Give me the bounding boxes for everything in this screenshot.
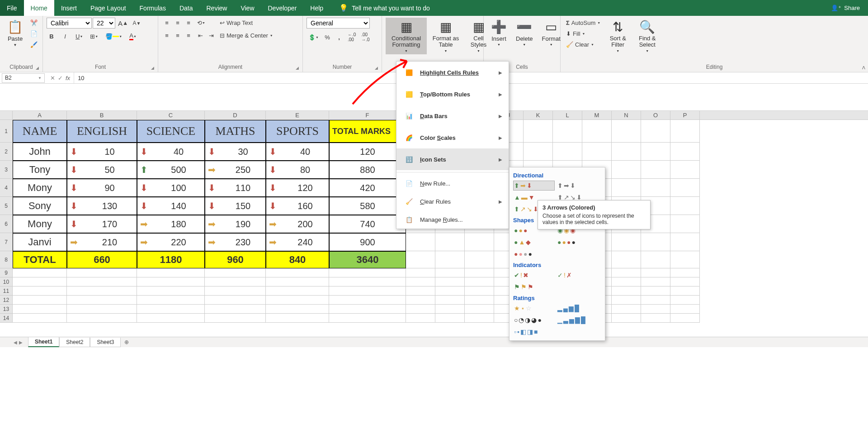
format-as-table-button[interactable]: ▦ Format as Table ▼ [429, 18, 463, 54]
cell[interactable] [205, 268, 266, 277]
cell[interactable] [670, 305, 700, 314]
cell[interactable] [67, 305, 137, 314]
cell[interactable] [205, 305, 266, 314]
row-header[interactable]: 1 [0, 120, 13, 143]
cell[interactable]: SPORTS [266, 120, 329, 143]
bold-button[interactable]: B [47, 31, 57, 41]
row-header[interactable]: 7 [0, 233, 13, 251]
cell[interactable] [435, 277, 465, 287]
cell[interactable] [67, 268, 137, 277]
decrease-font-button[interactable]: A▼ [131, 18, 142, 28]
cell[interactable]: ⬇120 [266, 179, 329, 197]
row-header[interactable]: 5 [0, 197, 13, 215]
iconset-3-signs[interactable]: ●▲◆ [513, 237, 555, 247]
cell[interactable]: ⬇140 [137, 197, 205, 215]
cell[interactable] [266, 314, 329, 323]
cell[interactable]: ⬇150 [205, 197, 266, 215]
cell[interactable]: John [13, 143, 67, 161]
sheet-nav-prev[interactable]: ◀ [14, 340, 17, 345]
cell[interactable]: ⬇80 [266, 161, 329, 179]
cell[interactable]: ➡210 [67, 233, 137, 251]
cell[interactable] [67, 314, 137, 323]
cell[interactable] [406, 251, 435, 268]
cell[interactable] [67, 277, 137, 287]
cell[interactable] [465, 233, 494, 251]
cell[interactable] [13, 277, 67, 287]
cell[interactable]: 3640 [329, 251, 406, 268]
underline-button[interactable]: U ▼ [74, 31, 85, 41]
iconset-5-ratings-bars[interactable]: ▁▃▅▇█ [557, 315, 598, 325]
cell[interactable]: 740 [329, 215, 406, 233]
add-sheet-button[interactable]: ⊕ [121, 338, 132, 347]
sort-filter-button[interactable]: ⇅Sort & Filter▼ [604, 18, 632, 54]
align-right-button[interactable]: ≡ [184, 30, 193, 40]
cell[interactable] [641, 120, 670, 143]
cell[interactable] [641, 287, 670, 296]
increase-indent-button[interactable]: ⇥ [206, 30, 216, 40]
tell-me-search[interactable]: 💡 Tell me what you want to do [339, 0, 430, 16]
cell[interactable]: ⬇170 [67, 215, 137, 233]
cell[interactable]: ⬇160 [266, 197, 329, 215]
cell[interactable] [266, 277, 329, 287]
copy-button[interactable]: 📄 [28, 29, 39, 38]
font-color-button[interactable]: A ▼ [127, 31, 138, 41]
cell[interactable]: Janvi [13, 233, 67, 251]
cell[interactable] [137, 305, 205, 314]
cell[interactable]: ⬆500 [137, 161, 205, 179]
cell[interactable]: ⬇130 [67, 197, 137, 215]
cell[interactable]: 840 [266, 251, 329, 268]
align-bottom-button[interactable]: ≡ [184, 18, 193, 28]
cell[interactable] [670, 233, 700, 251]
borders-button[interactable]: ⊞ ▼ [88, 31, 100, 41]
cell[interactable] [612, 277, 641, 287]
dialog-launcher-icon[interactable]: ◢ [151, 66, 154, 70]
cell[interactable]: SCIENCE [137, 120, 205, 143]
column-header[interactable]: B [67, 111, 137, 119]
row-header[interactable]: 8 [0, 251, 13, 268]
cell[interactable] [612, 314, 641, 323]
format-painter-button[interactable]: 🖌️ [28, 39, 39, 49]
dialog-launcher-icon[interactable]: ◢ [296, 66, 299, 70]
conditional-formatting-button[interactable]: ▦ Conditional Formatting ▼ [386, 18, 427, 54]
sheet-tab-1[interactable]: Sheet1 [28, 337, 59, 347]
cell[interactable] [670, 120, 700, 143]
column-header[interactable]: M [582, 111, 612, 119]
row-header[interactable]: 11 [0, 287, 13, 296]
cell[interactable] [612, 296, 641, 305]
cell[interactable] [465, 314, 494, 323]
percent-format-button[interactable]: % [322, 32, 332, 42]
row-header[interactable]: 12 [0, 296, 13, 305]
fill-button[interactable]: ⬇ Fill ▼ [564, 29, 602, 38]
menu-icon-sets[interactable]: 🔢 Icon Sets ▶ [396, 148, 509, 170]
cell[interactable] [465, 287, 494, 296]
cell[interactable] [329, 268, 406, 277]
decrease-decimal-button[interactable]: .00→.0 [359, 31, 371, 43]
cell[interactable] [266, 287, 329, 296]
iconset-3-flags[interactable]: ⚑⚑⚑ [513, 282, 555, 292]
cell[interactable] [641, 233, 670, 251]
cell[interactable] [329, 296, 406, 305]
cell[interactable] [205, 296, 266, 305]
cell[interactable]: 120 [329, 143, 406, 161]
enter-formula-button[interactable]: ✓ [58, 75, 63, 81]
cell[interactable]: ➡190 [205, 215, 266, 233]
cell[interactable] [641, 179, 670, 197]
cell[interactable]: 900 [329, 233, 406, 251]
menu-new-rule[interactable]: 📄 New Rule... [396, 174, 509, 192]
align-left-button[interactable]: ≡ [162, 30, 172, 40]
cell[interactable] [582, 143, 612, 161]
cell[interactable] [406, 287, 435, 296]
cell[interactable]: ⬇90 [67, 179, 137, 197]
cell[interactable] [13, 314, 67, 323]
cell[interactable]: ⬇110 [205, 179, 266, 197]
column-header[interactable]: K [524, 111, 553, 119]
cell[interactable] [612, 251, 641, 268]
cell[interactable]: Sony [13, 197, 67, 215]
cell[interactable] [435, 233, 465, 251]
iconset-3-stars[interactable]: ★⋆☆ [513, 303, 555, 313]
cell[interactable] [670, 197, 700, 215]
column-header[interactable]: O [641, 111, 670, 119]
cell[interactable] [612, 268, 641, 277]
cell[interactable] [612, 143, 641, 161]
wrap-text-button[interactable]: ↩Wrap Text [218, 18, 277, 28]
